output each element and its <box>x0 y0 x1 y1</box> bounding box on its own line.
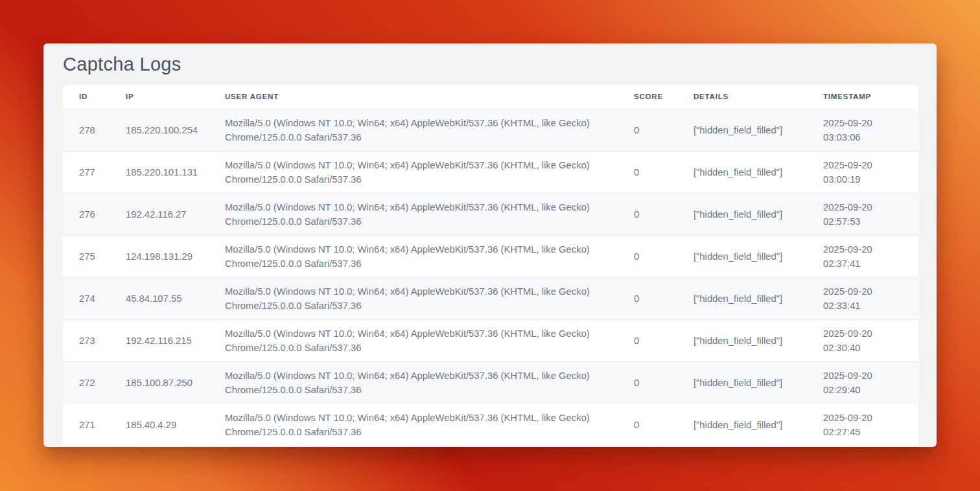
cell-text: ["hidden_field_filled"] <box>694 207 782 222</box>
table-row: 278185.220.100.254Mozilla/5.0 (Windows N… <box>63 109 918 151</box>
cell-details: ["hidden_field_filled"] <box>677 235 807 277</box>
cell-ip: 192.42.116.27 <box>110 193 209 235</box>
cell-user_agent: Mozilla/5.0 (Windows NT 10.0; Win64; x64… <box>209 277 618 319</box>
cell-text: Mozilla/5.0 (Windows NT 10.0; Win64; x64… <box>225 326 614 355</box>
cell-id: 276 <box>63 193 110 235</box>
cell-score: 0 <box>618 277 677 319</box>
cell-text: 278 <box>79 123 95 137</box>
cell-text: ["hidden_field_filled"] <box>694 165 782 179</box>
cell-text: 2025-09-20 02:57:53 <box>823 200 891 229</box>
captcha-logs-card: Captcha Logs ID IP USER AGENT SCORE DETA… <box>43 43 937 447</box>
cell-ip: 185.40.4.29 <box>110 404 209 446</box>
cell-text: 0 <box>634 334 639 348</box>
cell-text: 275 <box>79 249 95 264</box>
cell-text: 2025-09-20 03:00:19 <box>823 158 891 187</box>
cell-text: 0 <box>634 418 639 432</box>
cell-ip: 124.198.131.29 <box>110 235 209 277</box>
column-header-timestamp: TIMESTAMP <box>807 85 918 109</box>
cell-timestamp: 2025-09-20 03:03:06 <box>807 109 918 151</box>
cell-user_agent: Mozilla/5.0 (Windows NT 10.0; Win64; x64… <box>209 235 618 277</box>
cell-details: ["hidden_field_filled"] <box>677 277 807 319</box>
cell-timestamp: 2025-09-20 02:29:40 <box>807 361 918 404</box>
cell-ip: 185.220.100.254 <box>110 109 209 151</box>
cell-timestamp: 2025-09-20 02:37:41 <box>807 235 918 277</box>
column-header-id: ID <box>63 85 110 109</box>
cell-user_agent: Mozilla/5.0 (Windows NT 10.0; Win64; x64… <box>209 361 618 404</box>
cell-id: 275 <box>63 235 110 277</box>
column-header-user-agent: USER AGENT <box>209 85 618 109</box>
cell-text: 124.198.131.29 <box>126 249 192 264</box>
cell-timestamp: 2025-09-20 02:57:53 <box>807 193 918 235</box>
cell-text: 272 <box>79 376 95 390</box>
cell-details: ["hidden_field_filled"] <box>677 404 807 446</box>
cell-score: 0 <box>618 193 677 235</box>
table-row: 273192.42.116.215Mozilla/5.0 (Windows NT… <box>63 319 918 361</box>
cell-text: Mozilla/5.0 (Windows NT 10.0; Win64; x64… <box>225 158 614 187</box>
cell-text: 192.42.116.27 <box>126 207 187 222</box>
cell-score: 0 <box>618 361 677 404</box>
table-row: 277185.220.101.131Mozilla/5.0 (Windows N… <box>63 151 918 193</box>
cell-id: 273 <box>63 319 110 361</box>
cell-details: ["hidden_field_filled"] <box>677 361 807 404</box>
cell-text: Mozilla/5.0 (Windows NT 10.0; Win64; x64… <box>225 116 614 144</box>
table-row: 271185.40.4.29Mozilla/5.0 (Windows NT 10… <box>63 404 918 446</box>
cell-text: 0 <box>634 376 639 390</box>
cell-text: ["hidden_field_filled"] <box>694 334 782 348</box>
cell-text: 185.40.4.29 <box>126 418 176 432</box>
cell-score: 0 <box>618 151 677 193</box>
cell-text: 0 <box>634 291 639 306</box>
cell-text: 0 <box>634 123 639 137</box>
cell-text: ["hidden_field_filled"] <box>694 376 782 390</box>
cell-text: 276 <box>79 207 95 222</box>
cell-score: 0 <box>618 404 677 446</box>
cell-text: Mozilla/5.0 (Windows NT 10.0; Win64; x64… <box>225 411 614 439</box>
cell-text: ["hidden_field_filled"] <box>694 291 782 306</box>
cell-details: ["hidden_field_filled"] <box>677 319 807 361</box>
cell-text: Mozilla/5.0 (Windows NT 10.0; Win64; x64… <box>225 200 614 229</box>
cell-text: 273 <box>79 334 95 348</box>
cell-text: 2025-09-20 02:30:40 <box>823 326 891 355</box>
cell-text: ["hidden_field_filled"] <box>694 418 782 432</box>
cell-text: Mozilla/5.0 (Windows NT 10.0; Win64; x64… <box>225 242 614 271</box>
cell-text: 274 <box>79 291 95 306</box>
cell-text: 45.84.107.55 <box>126 291 181 306</box>
cell-id: 278 <box>63 109 110 151</box>
column-header-score: SCORE <box>618 85 677 109</box>
table-header: ID IP USER AGENT SCORE DETAILS TIMESTAMP <box>63 85 918 109</box>
cell-score: 0 <box>618 109 677 151</box>
cell-id: 274 <box>63 277 110 319</box>
table-row: 272185.100.87.250Mozilla/5.0 (Windows NT… <box>63 361 918 404</box>
cell-id: 272 <box>63 361 110 404</box>
cell-text: 185.220.100.254 <box>126 123 198 137</box>
table-row: 276192.42.116.27Mozilla/5.0 (Windows NT … <box>63 193 918 235</box>
cell-text: 0 <box>634 207 639 222</box>
cell-user_agent: Mozilla/5.0 (Windows NT 10.0; Win64; x64… <box>209 109 618 151</box>
cell-timestamp: 2025-09-20 02:33:41 <box>807 277 918 319</box>
cell-timestamp: 2025-09-20 03:00:19 <box>807 151 918 193</box>
cell-text: 2025-09-20 02:37:41 <box>823 242 891 271</box>
header-row: ID IP USER AGENT SCORE DETAILS TIMESTAMP <box>63 85 918 109</box>
column-header-ip: IP <box>110 85 209 109</box>
cell-ip: 185.100.87.250 <box>110 361 209 404</box>
page-title: Captcha Logs <box>63 53 937 75</box>
cell-text: Mozilla/5.0 (Windows NT 10.0; Win64; x64… <box>225 369 614 397</box>
table-container: ID IP USER AGENT SCORE DETAILS TIMESTAMP… <box>63 85 918 446</box>
cell-id: 277 <box>63 151 110 193</box>
table-row: 27445.84.107.55Mozilla/5.0 (Windows NT 1… <box>63 277 918 319</box>
cell-text: ["hidden_field_filled"] <box>694 123 782 137</box>
cell-text: 192.42.116.215 <box>126 334 192 348</box>
cell-text: 0 <box>634 165 639 179</box>
cell-score: 0 <box>618 319 677 361</box>
cell-text: Mozilla/5.0 (Windows NT 10.0; Win64; x64… <box>225 284 614 313</box>
cell-id: 271 <box>63 404 110 446</box>
cell-text: 2025-09-20 02:29:40 <box>823 369 891 397</box>
captcha-logs-table: ID IP USER AGENT SCORE DETAILS TIMESTAMP… <box>63 85 918 446</box>
cell-text: ["hidden_field_filled"] <box>694 249 782 264</box>
cell-score: 0 <box>618 235 677 277</box>
cell-text: 185.220.101.131 <box>126 165 198 179</box>
cell-text: 2025-09-20 02:33:41 <box>823 284 891 313</box>
cell-text: 185.100.87.250 <box>126 376 192 390</box>
table-body: 278185.220.100.254Mozilla/5.0 (Windows N… <box>63 109 918 446</box>
cell-user_agent: Mozilla/5.0 (Windows NT 10.0; Win64; x64… <box>209 193 618 235</box>
column-header-details: DETAILS <box>677 85 807 109</box>
